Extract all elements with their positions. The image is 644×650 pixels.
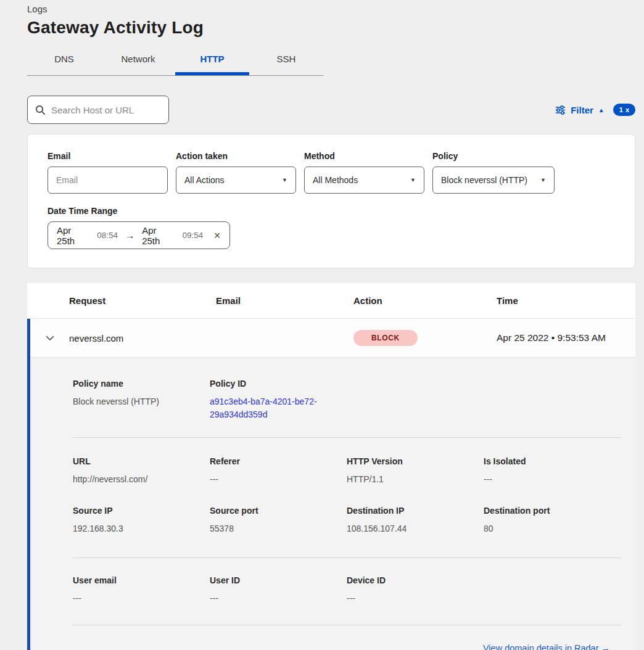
policy-id-field: Policy ID a91c3eb4-ba7a-4201-be72-29a934…: [210, 379, 347, 421]
referer-value: ---: [210, 473, 347, 486]
activity-log-table: Request Email Action Time neverssl.com B…: [27, 283, 635, 650]
toolbar: Filter ▲ 1 x: [27, 96, 635, 124]
breadcrumb: Logs: [27, 4, 635, 14]
policy-select[interactable]: Block neverssl (HTTP) ▼: [432, 167, 555, 194]
active-filter-badge[interactable]: 1 x: [613, 104, 635, 116]
source-ip-value: 192.168.30.3: [73, 522, 210, 535]
policy-id-label: Policy ID: [210, 379, 347, 389]
clear-date-range-icon[interactable]: ✕: [213, 231, 221, 241]
method-select-value: All Methods: [313, 175, 358, 185]
filter-panel: Email Action taken All Actions ▼ Method …: [27, 134, 635, 268]
date-range-picker[interactable]: Apr 25th 08:54 → Apr 25th 09:54 ✕: [47, 221, 230, 249]
tab-network[interactable]: Network: [101, 46, 175, 75]
chevron-down-icon: ▼: [410, 177, 416, 183]
user-id-field: User ID ---: [210, 575, 347, 605]
device-id-field: Device ID ---: [347, 575, 484, 605]
collapse-caret-icon[interactable]: ▲: [598, 107, 605, 113]
policy-name-field: Policy name Block neverssl (HTTP): [73, 379, 210, 421]
is-isolated-value: ---: [484, 473, 621, 486]
method-select[interactable]: All Methods ▼: [304, 167, 424, 194]
search-input[interactable]: [51, 105, 174, 115]
start-date: Apr 25th: [57, 225, 91, 246]
tab-ssh[interactable]: SSH: [249, 46, 323, 75]
user-email-label: User email: [73, 575, 210, 585]
column-header-request: Request: [69, 295, 216, 306]
tab-http[interactable]: HTTP: [175, 46, 249, 75]
row-action: BLOCK: [353, 330, 497, 346]
request-info-section: URL http://neverssl.com/ Referer --- HTT…: [73, 437, 621, 496]
column-header-email: Email: [216, 295, 353, 306]
chevron-down-icon: ▼: [540, 177, 546, 183]
http-version-field: HTTP Version HTTP/1.1: [347, 456, 484, 486]
end-date: Apr 25th: [142, 225, 176, 246]
policy-name-value: Block neverssl (HTTP): [73, 395, 210, 408]
user-email-value: ---: [73, 592, 210, 605]
filter-field-date-range: Date Time Range Apr 25th 08:54 → Apr 25t…: [47, 206, 615, 249]
tab-dns[interactable]: DNS: [27, 46, 101, 75]
gateway-activity-log-page: Logs Gateway Activity Log DNS Network HT…: [0, 0, 644, 650]
log-type-tabs: DNS Network HTTP SSH: [27, 46, 323, 76]
search-icon: [35, 105, 46, 115]
policy-name-label: Policy name: [73, 379, 210, 389]
source-port-label: Source port: [210, 506, 347, 516]
row-time: Apr 25 2022 • 9:53:53 AM: [497, 332, 606, 344]
user-email-field: User email ---: [73, 575, 210, 605]
source-port-field: Source port 55378: [210, 506, 347, 535]
email-filter-input[interactable]: [47, 167, 168, 194]
filter-field-policy: Policy Block neverssl (HTTP) ▼: [432, 151, 555, 194]
destination-port-label: Destination port: [484, 506, 621, 516]
row-expand-chevron-icon[interactable]: [30, 335, 69, 341]
search-box[interactable]: [27, 96, 169, 124]
is-isolated-label: Is Isolated: [484, 456, 621, 466]
filter-sliders-icon: [555, 105, 566, 115]
user-id-label: User ID: [210, 575, 347, 585]
chevron-down-icon: ▼: [282, 177, 287, 183]
policy-filter-label: Policy: [432, 151, 555, 161]
table-row[interactable]: neverssl.com BLOCK Apr 25 2022 • 9:53:53…: [30, 319, 635, 357]
filter-field-method: Method All Methods ▼: [304, 151, 424, 194]
http-version-label: HTTP Version: [347, 456, 484, 466]
policy-section: Policy name Block neverssl (HTTP) Policy…: [73, 358, 621, 437]
url-value: http://neverssl.com/: [73, 473, 210, 486]
referer-label: Referer: [210, 456, 347, 466]
filter-toggle[interactable]: Filter ▲ 1 x: [555, 104, 635, 116]
expanded-row-group: neverssl.com BLOCK Apr 25 2022 • 9:53:53…: [27, 319, 635, 650]
method-filter-label: Method: [304, 151, 424, 161]
end-time: 09:54: [182, 231, 203, 240]
user-info-section: User email --- User ID --- Device ID ---: [73, 557, 621, 625]
source-ip-label: Source IP: [73, 506, 210, 516]
policy-id-link[interactable]: a91c3eb4-ba7a-4201-be72-29a934dd359d: [210, 395, 327, 421]
radar-link-row: View domain details in Radar →: [73, 625, 621, 650]
clear-filters-icon[interactable]: x: [625, 106, 629, 113]
table-header: Request Email Action Time: [27, 283, 635, 319]
http-version-value: HTTP/1.1: [347, 473, 484, 486]
url-field: URL http://neverssl.com/: [73, 456, 210, 486]
device-id-value: ---: [347, 592, 484, 605]
date-range-label: Date Time Range: [47, 206, 615, 216]
network-info-section: Source IP 192.168.30.3 Source port 55378…: [73, 496, 621, 557]
row-details-panel: Policy name Block neverssl (HTTP) Policy…: [30, 357, 635, 650]
column-header-action: Action: [353, 295, 497, 306]
view-in-radar-link[interactable]: View domain details in Radar →: [483, 643, 610, 650]
email-filter-label: Email: [47, 151, 168, 161]
block-status-badge: BLOCK: [353, 330, 418, 346]
filter-count: 1: [619, 106, 623, 113]
destination-ip-label: Destination IP: [347, 506, 484, 516]
filter-field-action: Action taken All Actions ▼: [176, 151, 296, 194]
source-port-value: 55378: [210, 522, 347, 535]
referer-field: Referer ---: [210, 456, 347, 486]
page-title: Gateway Activity Log: [27, 18, 635, 38]
device-id-label: Device ID: [347, 575, 484, 585]
filter-field-email: Email: [47, 151, 168, 194]
action-select-value: All Actions: [184, 175, 225, 185]
destination-port-value: 80: [484, 522, 621, 535]
action-select[interactable]: All Actions ▼: [176, 167, 296, 194]
range-arrow-icon: →: [125, 230, 134, 241]
is-isolated-field: Is Isolated ---: [484, 456, 621, 486]
row-request: neverssl.com: [69, 333, 216, 344]
start-time: 08:54: [97, 231, 118, 240]
policy-select-value: Block neverssl (HTTP): [441, 175, 527, 185]
action-filter-label: Action taken: [176, 151, 296, 161]
destination-ip-value: 108.156.107.44: [347, 522, 484, 535]
destination-ip-field: Destination IP 108.156.107.44: [347, 506, 484, 535]
